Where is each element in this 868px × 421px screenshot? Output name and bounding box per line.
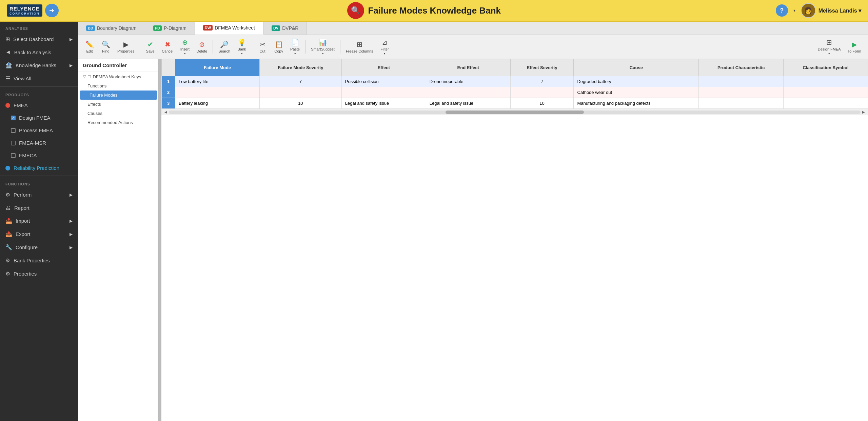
sidebar-item-select-dashboard[interactable]: ⊞ Select Dashboard ▶ (0, 33, 78, 46)
grid-area[interactable]: Failure Mode Failure Mode Severity Effec… (161, 59, 868, 421)
sidebar-item-bank-properties[interactable]: ⚙ Bank Properties (0, 254, 78, 267)
help-button[interactable]: ? (776, 4, 788, 17)
cell-effect-severity[interactable]: 10 (510, 98, 574, 109)
scrollbar-thumb[interactable] (446, 111, 584, 114)
cell-effect-severity[interactable] (510, 87, 574, 98)
sidebar-item-configure[interactable]: 🔧 Configure ▶ (0, 241, 78, 254)
cell-end-effect[interactable]: Drone inoperable (426, 76, 510, 87)
col-header-severity[interactable]: Failure Mode Severity (259, 59, 341, 76)
design-fmea-checkbox[interactable]: ✓ (11, 116, 16, 120)
tab-dfmea-worksheet[interactable]: DW DFMEA Worksheet (195, 22, 263, 35)
fmea-msr-checkbox[interactable] (11, 141, 16, 145)
sidebar-item-fmea[interactable]: FMEA (0, 99, 78, 112)
edit-button[interactable]: ✏️ Edit (82, 39, 97, 55)
sidebar-item-fmeca[interactable]: FMECA (0, 149, 78, 162)
back-nav-button[interactable]: ➜ (45, 4, 59, 17)
tree-node-failure-modes[interactable]: Failure Modes (80, 91, 157, 100)
sidebar-item-import[interactable]: 📥 Import ▶ (0, 214, 78, 227)
sidebar-item-design-fmea[interactable]: ✓ Design FMEA (0, 112, 78, 124)
cell-failure-mode[interactable]: Battery leaking (175, 98, 260, 109)
table-row[interactable]: 1Low battery life7Possible collisionDron… (162, 76, 868, 87)
tree-node-recommended-actions[interactable]: Recommended Actions (78, 118, 159, 127)
sidebar-item-view-all[interactable]: ☰ View All (0, 72, 78, 85)
tree-node-functions[interactable]: Functions (78, 81, 159, 91)
sidebar-item-properties[interactable]: ⚙ Properties (0, 267, 78, 280)
cell-failure-mode[interactable]: Low battery life (175, 76, 260, 87)
user-avatar: 👩 (801, 3, 816, 18)
sidebar-item-report[interactable]: 🖨 Report (0, 201, 78, 214)
properties-icon: ⚙ (5, 270, 10, 277)
sidebar-item-export[interactable]: 📤 Export ▶ (0, 227, 78, 241)
design-fmea-button[interactable]: ⊞ Design FMEA ▾ (815, 37, 844, 57)
save-button[interactable]: ✔ Save (143, 39, 158, 55)
scroll-right-arrow[interactable]: ▶ (861, 109, 867, 115)
freeze-columns-button[interactable]: ⊞ Freeze Columns (343, 39, 376, 55)
sidebar-item-fmea-msr[interactable]: FMEA-MSR (0, 137, 78, 149)
cell-severity[interactable] (259, 87, 341, 98)
tree-label-dfmea-keys: DFMEA Worksheet Keys (93, 74, 141, 79)
cell-class-symbol[interactable] (783, 76, 868, 87)
process-fmea-checkbox[interactable] (11, 128, 16, 133)
col-header-product-char[interactable]: Product Characteristic (699, 59, 784, 76)
col-header-end-effect[interactable]: End Effect (426, 59, 510, 76)
dashboard-arrow-icon: ▶ (70, 37, 73, 42)
tab-dvpr[interactable]: DV DVP&R (263, 22, 307, 35)
filter-button[interactable]: ⊿ Filter ▾ (377, 37, 392, 57)
cell-severity[interactable]: 10 (259, 98, 341, 109)
cell-failure-mode[interactable] (175, 87, 260, 98)
sidebar-item-knowledge-banks[interactable]: 🏦 Knowledge Banks ▶ (0, 59, 78, 72)
insert-button[interactable]: ⊕ Insert ▾ (177, 37, 192, 57)
user-menu[interactable]: 👩 Melissa Landis ▾ (801, 3, 861, 18)
to-form-button[interactable]: ▶ To Form (845, 39, 864, 55)
cell-class-symbol[interactable] (783, 98, 868, 109)
properties-toolbar-button[interactable]: ▶ Properties (115, 39, 137, 55)
scrollbar-track[interactable] (169, 111, 861, 114)
table-row[interactable]: 2Cathode wear out (162, 87, 868, 98)
cell-cause[interactable]: Manufacturing and packaging defects (574, 98, 699, 109)
insert-label: Insert (180, 47, 190, 51)
sidebar-item-process-fmea[interactable]: Process FMEA (0, 124, 78, 137)
search-toolbar-button[interactable]: 🔎 Search (216, 39, 233, 55)
cell-severity[interactable]: 7 (259, 76, 341, 87)
cell-effect[interactable]: Legal and safety issue (341, 98, 426, 109)
cut-button[interactable]: ✂ Cut (255, 39, 270, 55)
paste-button[interactable]: 📄 Paste ▾ (288, 37, 302, 57)
scroll-left-arrow[interactable]: ◀ (163, 109, 169, 115)
tab-boundary-diagram[interactable]: BD Boundary Diagram (78, 22, 145, 35)
find-button[interactable]: 🔍 Find (98, 39, 113, 55)
cell-product-char[interactable] (699, 87, 784, 98)
cell-effect-severity[interactable]: 7 (510, 76, 574, 87)
tree-node-causes[interactable]: Causes (78, 109, 159, 118)
col-header-effect-severity[interactable]: Effect Severity (510, 59, 574, 76)
copy-button[interactable]: 📋 Copy (271, 39, 286, 55)
col-header-class-symbol[interactable]: Classification Symbol (783, 59, 868, 76)
fmeca-checkbox[interactable] (11, 153, 16, 158)
table-row[interactable]: 3Battery leaking10Legal and safety issue… (162, 98, 868, 109)
tree-node-dfmea-keys[interactable]: ▽ □ DFMEA Worksheet Keys (78, 72, 159, 81)
cell-product-char[interactable] (699, 98, 784, 109)
tab-p-diagram[interactable]: PD P-Diagram (145, 22, 195, 35)
edit-label: Edit (86, 49, 93, 53)
help-dropdown-arrow[interactable]: ▾ (793, 8, 795, 13)
cancel-button[interactable]: ✖ Cancel (159, 39, 176, 55)
cell-cause[interactable]: Cathode wear out (574, 87, 699, 98)
delete-button[interactable]: ⊘ Delete (194, 39, 210, 55)
tree-node-effects[interactable]: Effects (78, 100, 159, 109)
tree-panel-resize-handle[interactable] (158, 59, 159, 421)
cell-end-effect[interactable]: Legal and safety issue (426, 98, 510, 109)
smartsuggest-button[interactable]: 📊 SmartSuggest ▾ (308, 37, 337, 57)
sidebar-item-perform[interactable]: ⚙ Perform ▶ (0, 188, 78, 201)
col-header-cause[interactable]: Cause (574, 59, 699, 76)
bank-button[interactable]: 💡 Bank ▾ (234, 37, 249, 57)
cell-product-char[interactable] (699, 76, 784, 87)
sidebar-item-back-to-analysis[interactable]: ◄ Back to Analysis (0, 46, 78, 59)
col-header-failure-mode[interactable]: Failure Mode (175, 59, 260, 76)
cell-end-effect[interactable] (426, 87, 510, 98)
cell-effect[interactable] (341, 87, 426, 98)
cell-effect[interactable]: Possible collision (341, 76, 426, 87)
bottom-scrollbar[interactable]: ◀ ▶ (161, 109, 868, 115)
cell-cause[interactable]: Degraded battery (574, 76, 699, 87)
col-header-effect[interactable]: Effect (341, 59, 426, 76)
sidebar-item-reliability-prediction[interactable]: Reliability Prediction (0, 162, 78, 174)
cell-class-symbol[interactable] (783, 87, 868, 98)
